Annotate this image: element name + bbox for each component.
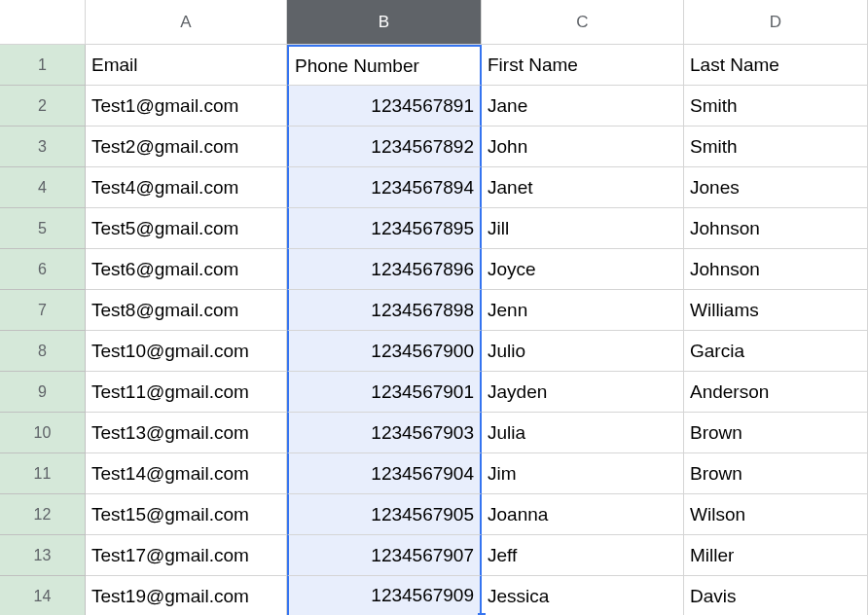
cell[interactable]: Brown bbox=[684, 413, 868, 453]
row-header[interactable]: 6 bbox=[0, 249, 86, 290]
row-header[interactable]: 13 bbox=[0, 535, 86, 576]
cell[interactable]: Davis bbox=[684, 576, 868, 615]
row-header[interactable]: 7 bbox=[0, 290, 86, 331]
cell[interactable]: Jeff bbox=[482, 535, 684, 576]
row-header[interactable]: 12 bbox=[0, 494, 86, 535]
cell[interactable]: Julio bbox=[482, 331, 684, 372]
cell-d1[interactable]: Last Name bbox=[684, 45, 868, 86]
row-header[interactable]: 5 bbox=[0, 208, 86, 249]
col-header-d[interactable]: D bbox=[684, 0, 868, 45]
cell[interactable]: Test4@gmail.com bbox=[86, 167, 287, 208]
cell[interactable]: 1234567909 bbox=[287, 576, 482, 615]
cell[interactable]: John bbox=[482, 127, 684, 167]
cell[interactable]: Anderson bbox=[684, 372, 868, 413]
cell[interactable]: Johnson bbox=[684, 208, 868, 249]
cell[interactable]: Test10@gmail.com bbox=[86, 331, 287, 372]
cell[interactable]: Smith bbox=[684, 86, 868, 127]
cell-c1[interactable]: First Name bbox=[482, 45, 684, 86]
cell[interactable]: Janet bbox=[482, 167, 684, 208]
row-header[interactable]: 1 bbox=[0, 45, 86, 86]
cell[interactable]: Wilson bbox=[684, 494, 868, 535]
cell[interactable]: Williams bbox=[684, 290, 868, 331]
cell[interactable]: 1234567891 bbox=[287, 86, 482, 127]
cell[interactable]: Jim bbox=[482, 453, 684, 494]
cell[interactable]: Test6@gmail.com bbox=[86, 249, 287, 290]
cell[interactable]: Johnson bbox=[684, 249, 868, 290]
row-header[interactable]: 9 bbox=[0, 372, 86, 413]
cell[interactable]: 1234567900 bbox=[287, 331, 482, 372]
cell[interactable]: Smith bbox=[684, 127, 868, 167]
cell[interactable]: Jones bbox=[684, 167, 868, 208]
cell[interactable]: 1234567898 bbox=[287, 290, 482, 331]
cell-b1[interactable]: Phone Number bbox=[287, 45, 482, 86]
cell[interactable]: Test15@gmail.com bbox=[86, 494, 287, 535]
cell[interactable]: 1234567905 bbox=[287, 494, 482, 535]
cell[interactable]: 1234567904 bbox=[287, 453, 482, 494]
cell[interactable]: 1234567895 bbox=[287, 208, 482, 249]
cell[interactable]: Joanna bbox=[482, 494, 684, 535]
cell[interactable]: Test5@gmail.com bbox=[86, 208, 287, 249]
cell[interactable]: Test14@gmail.com bbox=[86, 453, 287, 494]
cell[interactable]: Jayden bbox=[482, 372, 684, 413]
cell[interactable]: Test17@gmail.com bbox=[86, 535, 287, 576]
row-header[interactable]: 8 bbox=[0, 331, 86, 372]
cell[interactable]: Test8@gmail.com bbox=[86, 290, 287, 331]
cell[interactable]: Miller bbox=[684, 535, 868, 576]
cell[interactable]: 1234567892 bbox=[287, 127, 482, 167]
row-header[interactable]: 14 bbox=[0, 576, 86, 615]
cell[interactable]: 1234567896 bbox=[287, 249, 482, 290]
cell[interactable]: Julia bbox=[482, 413, 684, 453]
col-header-c[interactable]: C bbox=[482, 0, 684, 45]
cell[interactable]: Brown bbox=[684, 453, 868, 494]
cell[interactable]: 1234567907 bbox=[287, 535, 482, 576]
cell[interactable]: Test13@gmail.com bbox=[86, 413, 287, 453]
cell[interactable]: 1234567894 bbox=[287, 167, 482, 208]
spreadsheet-grid: A B C D 1 Email Phone Number First Name … bbox=[0, 0, 868, 615]
cell[interactable]: Joyce bbox=[482, 249, 684, 290]
cell[interactable]: 1234567901 bbox=[287, 372, 482, 413]
row-header[interactable]: 4 bbox=[0, 167, 86, 208]
cell[interactable]: Test1@gmail.com bbox=[86, 86, 287, 127]
col-header-a[interactable]: A bbox=[86, 0, 287, 45]
cell[interactable]: 1234567903 bbox=[287, 413, 482, 453]
col-header-b[interactable]: B bbox=[287, 0, 482, 45]
cell-wrapper: 1234567909 bbox=[287, 576, 482, 615]
cell[interactable]: Test19@gmail.com bbox=[86, 576, 287, 615]
cell[interactable]: Jane bbox=[482, 86, 684, 127]
cell[interactable]: Jenn bbox=[482, 290, 684, 331]
select-all-corner[interactable] bbox=[0, 0, 86, 45]
row-header[interactable]: 10 bbox=[0, 413, 86, 453]
cell-a1[interactable]: Email bbox=[86, 45, 287, 86]
row-header[interactable]: 2 bbox=[0, 86, 86, 127]
cell[interactable]: Jessica bbox=[482, 576, 684, 615]
row-header[interactable]: 11 bbox=[0, 453, 86, 494]
cell[interactable]: Garcia bbox=[684, 331, 868, 372]
cell[interactable]: Test11@gmail.com bbox=[86, 372, 287, 413]
row-header[interactable]: 3 bbox=[0, 127, 86, 167]
cell[interactable]: Jill bbox=[482, 208, 684, 249]
cell[interactable]: Test2@gmail.com bbox=[86, 127, 287, 167]
